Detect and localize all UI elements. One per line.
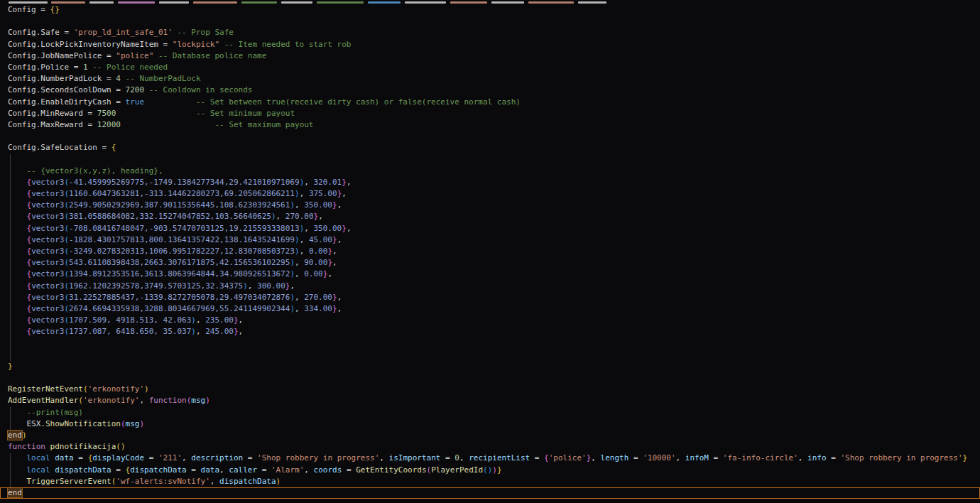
code-token: vector3 (31, 315, 64, 325)
clipped-text-fragment (51, 1, 85, 4)
code-editor[interactable]: Config = {}Config.Safe = 'prop_ld_int_sa… (0, 0, 980, 503)
current-code-line[interactable]: end (0, 487, 980, 499)
code-token: vector3 (31, 235, 64, 244)
code-token: ) (295, 235, 300, 244)
code-line[interactable]: {vector3(1962.1202392578,3749.5703125,32… (0, 281, 980, 292)
code-line[interactable]: AddEventHandler('erkonotify', function(m… (0, 395, 980, 406)
code-line[interactable]: ESX.ShowNotification(msg) (0, 418, 980, 430)
code-token: -- {vector3(x,y,z), heading}, (27, 166, 163, 175)
clipped-text-fragment (405, 1, 446, 4)
code-token: ) (243, 281, 248, 291)
code-token: -- Prop Safe (177, 28, 233, 37)
code-token: ) (290, 269, 295, 278)
code-token (8, 465, 27, 475)
code-token: 'Shop robbery in progress' (257, 453, 379, 463)
code-line[interactable]: TriggerServerEvent('wf-alerts:svNotify',… (0, 476, 980, 487)
code-token: 2549.9050292969,387.90115356445,108.6230… (69, 200, 290, 210)
code-line[interactable] (0, 16, 980, 27)
code-line[interactable]: {vector3(543.61108398438,2663.3076171875… (0, 257, 980, 269)
clipped-text-fragment (118, 1, 155, 4)
code-token: local (27, 465, 50, 475)
code-token: , (676, 453, 685, 463)
code-token: dispatchData (130, 465, 186, 475)
code-line[interactable]: } (0, 361, 980, 372)
code-line[interactable]: Config.MinReward = 7500 -- Set minimum p… (0, 108, 980, 119)
code-token (144, 97, 196, 107)
code-line[interactable]: -- {vector3(x,y,z), heading}, (0, 166, 980, 177)
code-line[interactable]: {vector3(1707.509, 4918.513, 42.063), 23… (0, 315, 980, 326)
code-area[interactable]: Config = {}Config.Safe = 'prop_ld_int_sa… (0, 4, 980, 499)
code-token: ( (121, 419, 126, 428)
code-token (8, 408, 27, 417)
code-token (8, 224, 27, 233)
code-token: } (332, 304, 337, 313)
code-token: = (257, 465, 271, 475)
code-line[interactable]: {vector3(31.22527885437,-1339.8272705078… (0, 292, 980, 303)
code-token: description (191, 453, 243, 463)
code-token: ( (78, 396, 83, 405)
code-line[interactable]: Config.Safe = 'prop_ld_int_safe_01' -- P… (0, 27, 980, 38)
code-line[interactable]: {vector3(1737.087, 6418.650, 35.037), 24… (0, 326, 980, 337)
code-token: 350.00 (314, 224, 342, 233)
code-token: = (827, 453, 841, 463)
code-line[interactable] (0, 131, 980, 142)
code-token: displayCode (92, 453, 144, 463)
code-line[interactable]: Config.Police = 1 -- Police needed (0, 62, 980, 73)
code-line[interactable]: {vector3(381.0588684082,332.15274047852,… (0, 211, 980, 222)
code-line[interactable]: {vector3(2674.6694335938,3288.8034667969… (0, 303, 980, 315)
code-line[interactable]: Config.SecondsCoolDown = 7200 -- Cooldow… (0, 85, 980, 96)
code-token: ( (83, 384, 88, 394)
code-line[interactable]: {vector3(1394.8912353516,3613.8063964844… (0, 269, 980, 280)
code-token: , (591, 453, 600, 463)
code-line[interactable]: {vector3(-3249.0278320313,1006.995178222… (0, 246, 980, 257)
code-token: , (239, 327, 244, 336)
code-line[interactable]: {vector3(-1828.4301757813,800.1364135742… (0, 234, 980, 246)
code-token (8, 189, 27, 198)
code-line[interactable] (0, 350, 980, 361)
code-line[interactable] (0, 153, 980, 165)
code-token: 350.00 (304, 200, 332, 210)
code-line[interactable]: {vector3(2549.9050292969,387.90115356445… (0, 200, 980, 211)
code-token: , (295, 304, 304, 313)
code-token: , (295, 269, 304, 278)
code-token: ) (295, 189, 300, 198)
code-line[interactable]: end) (0, 430, 980, 441)
code-token: GetEntityCoords (356, 465, 426, 475)
code-line[interactable]: {vector3(-41.459995269775,-1749.13842773… (0, 177, 980, 188)
code-line[interactable]: {vector3(-708.08416748047,-903.574707031… (0, 223, 980, 234)
code-line[interactable]: Config = {} (0, 4, 980, 16)
code-token: data (201, 465, 220, 475)
code-token: isImportant (389, 453, 441, 463)
code-token: coords (314, 465, 342, 475)
code-line[interactable]: function pdnotifikacija() (0, 441, 980, 453)
code-line[interactable]: RegisterNetEvent('erkonotify') (0, 384, 980, 395)
code-token: Config.MaxReward = (8, 120, 97, 129)
code-token: info (807, 453, 827, 463)
code-line[interactable] (0, 337, 980, 349)
code-token: , (295, 200, 304, 210)
code-token: } (327, 247, 332, 256)
code-line[interactable]: local data = {displayCode = '211', descr… (0, 453, 980, 464)
code-line[interactable]: Config.LockPickInventoryNameItem = "lock… (0, 39, 980, 50)
code-token: '211' (158, 453, 182, 463)
code-line[interactable]: Config.SafeLocation = { (0, 142, 980, 153)
code-line[interactable]: Config.MaxReward = 12000 -- Set maximum … (0, 119, 980, 131)
code-line[interactable] (0, 372, 980, 384)
code-token: 1737.087, 6418.650, 35.037 (69, 327, 191, 336)
code-token: ) (295, 247, 300, 256)
code-line[interactable]: Config.JobNamePolice = "police" -- Datab… (0, 50, 980, 62)
code-line[interactable]: local dispatchData = {dispatchData = dat… (0, 465, 980, 476)
code-token: -41.459995269775,-1749.1384277344,29.421… (69, 178, 300, 187)
code-token: ) (144, 384, 149, 394)
code-line[interactable]: {vector3(1160.6047363281,-313.1446228027… (0, 188, 980, 200)
code-token: 0.00 (309, 247, 328, 256)
code-token: Config.SafeLocation = (8, 143, 111, 152)
code-token: , (304, 178, 313, 187)
code-line[interactable]: Config.NumberPadLock = 4 -- NumberPadLoc… (0, 73, 980, 85)
code-token (8, 477, 27, 486)
code-line[interactable]: Config.EnableDirtyCash = true -- Set bet… (0, 97, 980, 108)
code-line[interactable]: --print(msg) (0, 407, 980, 418)
code-token: ) (290, 200, 295, 210)
code-token: 2674.6694335938,3288.8034667969,55.24114… (69, 304, 290, 313)
code-token: ) (290, 304, 295, 313)
